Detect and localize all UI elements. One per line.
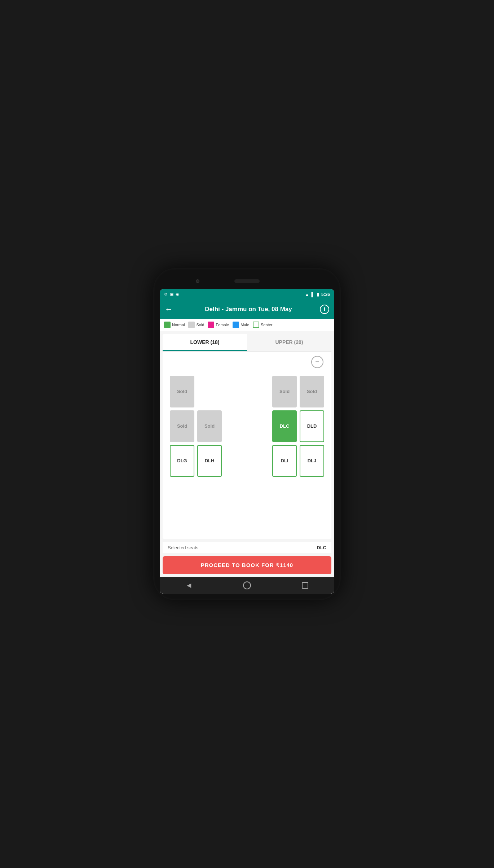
normal-label: Normal <box>172 323 185 327</box>
minus-button[interactable]: − <box>311 356 323 368</box>
seat-map-container: LOWER (18) UPPER (20) − Sold <box>163 334 331 539</box>
back-nav-icon <box>187 581 191 589</box>
seat-DLC-label: DLC <box>280 423 290 429</box>
seat-DLE-label: Sold <box>177 423 187 429</box>
legend-male: Male <box>233 322 249 328</box>
seat-DLF[interactable]: Sold <box>197 410 222 442</box>
seat-DLD-label: DLD <box>307 423 317 429</box>
battery-icon: ▮ <box>317 292 319 297</box>
nav-back-button[interactable] <box>184 580 194 591</box>
status-bar: ⚙ ▣ ◉ ▲ ▌ ▮ 5:26 <box>160 289 334 300</box>
nav-recent-button[interactable] <box>300 580 310 591</box>
seat-DLJ[interactable]: DLJ <box>300 445 324 477</box>
seat-map-body: − Sold Sold S <box>163 352 331 539</box>
legend-seater: Seater <box>253 322 272 328</box>
nav-home-button[interactable] <box>242 580 252 591</box>
phone-speaker <box>234 279 260 283</box>
seat-group-right-1: Sold Sold <box>272 376 324 407</box>
seat-group-left-3: DLG DLH <box>170 445 222 477</box>
seat-DLH[interactable]: DLH <box>197 445 222 477</box>
sold-label: Sold <box>196 323 204 327</box>
minus-btn-row: − <box>167 356 327 368</box>
legend-female: Female <box>208 322 229 328</box>
phone-camera <box>196 279 199 283</box>
status-time: 5:26 <box>321 292 330 297</box>
seat-row-1: Sold Sold Sold <box>167 376 327 407</box>
seater-color-box <box>253 322 259 328</box>
seat-DLG-label: DLG <box>177 458 187 463</box>
divider-line <box>167 372 327 372</box>
seat-DLI[interactable]: DLI <box>272 445 297 477</box>
seater-label: Seater <box>261 323 272 327</box>
seat-DLH-label: DLH <box>205 458 215 463</box>
status-right-icons: ▲ ▌ ▮ 5:26 <box>305 292 330 297</box>
female-color-box <box>208 322 214 328</box>
seat-group-right-3: DLI DLJ <box>272 445 324 477</box>
seat-DLD[interactable]: DLD <box>300 410 324 442</box>
seat-DLG[interactable]: DLG <box>170 445 194 477</box>
selected-seats-value: DLC <box>317 545 326 550</box>
seat-DLA-label: Sold <box>177 389 187 394</box>
phone-screen: ⚙ ▣ ◉ ▲ ▌ ▮ 5:26 ← Delhi - Jammu on Tue,… <box>160 289 334 594</box>
wifi-icon: ▲ <box>305 292 309 297</box>
seat-DLF-label: Sold <box>204 423 215 429</box>
gear-icon: ⚙ <box>164 292 168 297</box>
selected-seats-label: Selected seats <box>168 545 198 550</box>
header-title: Delhi - Jammu on Tue, 08 May <box>177 306 320 313</box>
phone-device: ⚙ ▣ ◉ ▲ ▌ ▮ 5:26 ← Delhi - Jammu on Tue,… <box>153 268 341 600</box>
seat-DLI-label: DLI <box>281 458 288 463</box>
selected-seats-bar: Selected seats DLC <box>163 542 331 553</box>
phone-notch <box>160 275 334 288</box>
home-nav-icon <box>243 581 251 589</box>
recent-nav-icon <box>302 582 308 589</box>
legend-bar: Normal Sold Female Male Seater <box>160 319 334 331</box>
seat-group-left-1: Sold <box>170 376 194 407</box>
tab-upper[interactable]: UPPER (20) <box>247 334 331 351</box>
back-button[interactable]: ← <box>165 305 173 314</box>
legend-sold: Sold <box>188 322 204 328</box>
seat-DLJ-label: DLJ <box>308 458 317 463</box>
legend-normal: Normal <box>164 322 185 328</box>
berth-tabs: LOWER (18) UPPER (20) <box>163 334 331 352</box>
seat-DLB2[interactable]: Sold <box>300 376 324 407</box>
tab-lower[interactable]: LOWER (18) <box>163 334 247 351</box>
globe-icon: ◉ <box>176 292 179 297</box>
sim-icon: ▣ <box>170 292 173 297</box>
seat-group-left-2: Sold Sold <box>170 410 222 442</box>
seat-DLB2-label: Sold <box>307 389 317 394</box>
male-label: Male <box>241 323 249 327</box>
seat-row-2: Sold Sold DLC DLD <box>167 410 327 442</box>
info-icon: i <box>324 306 325 312</box>
seat-DLE[interactable]: Sold <box>170 410 194 442</box>
info-button[interactable]: i <box>320 305 329 314</box>
normal-color-box <box>164 322 171 328</box>
signal-icon: ▌ <box>311 292 314 297</box>
seat-row-3: DLG DLH DLI DLJ <box>167 445 327 477</box>
seat-DLC[interactable]: DLC <box>272 410 297 442</box>
male-color-box <box>233 322 239 328</box>
status-left-icons: ⚙ ▣ ◉ <box>164 292 179 297</box>
app-header: ← Delhi - Jammu on Tue, 08 May i <box>160 300 334 319</box>
seat-DLB1[interactable]: Sold <box>272 376 297 407</box>
phone-navigation <box>160 577 334 594</box>
proceed-to-book-button[interactable]: PROCEED TO BOOK FOR ₹1140 <box>163 556 331 574</box>
seat-DLA[interactable]: Sold <box>170 376 194 407</box>
sold-color-box <box>188 322 195 328</box>
seat-DLB1-label: Sold <box>279 389 290 394</box>
seat-group-right-2: DLC DLD <box>272 410 324 442</box>
female-label: Female <box>216 323 229 327</box>
